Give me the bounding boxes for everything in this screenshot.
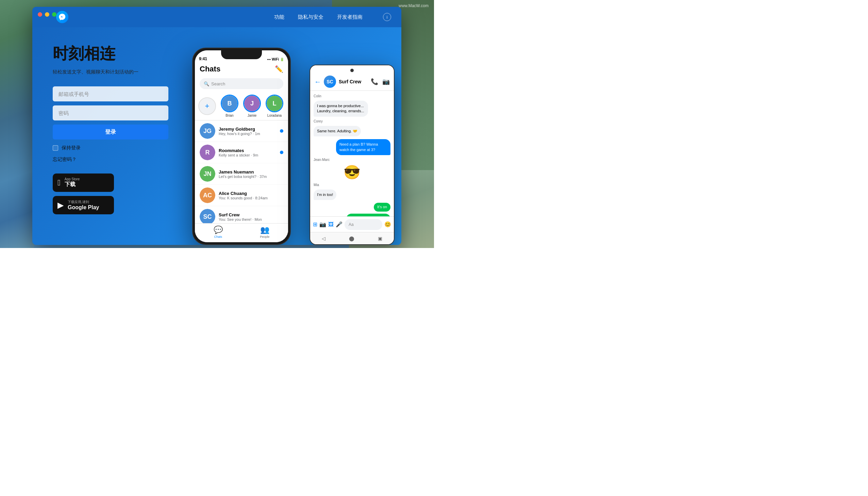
search-placeholder: Search — [211, 81, 225, 87]
people-tab-label: People — [260, 235, 269, 238]
chats-tab-label: Chats — [214, 235, 222, 238]
grid-icon[interactable]: ⊞ — [313, 221, 317, 228]
msg-bubble-colin: I was gonna be productive... Laundry, cl… — [314, 101, 368, 117]
chat-jeremy[interactable]: JG Jeremy Goldberg Hey, how's it going? … — [195, 121, 288, 142]
info-button[interactable]: i — [383, 13, 391, 21]
msg-sender-colin: Colin — [314, 94, 391, 98]
phone-icon[interactable]: 📞 — [371, 78, 378, 86]
tab-chats[interactable]: 💬 Chats — [214, 226, 223, 238]
app-header: 功能 隐私与安全 开发者指南 i — [32, 7, 401, 27]
stories-row: + B Brian J Jamie L Loradana — [195, 92, 288, 121]
iphone-notch — [221, 50, 262, 59]
watermark: www.MacW.com — [399, 3, 429, 8]
msg-row: Same here. Adulting. 🤝 — [314, 126, 391, 136]
chats-title: Chats — [200, 65, 220, 74]
search-bar: 🔍 Search — [195, 76, 288, 92]
apple-icon:  — [58, 178, 61, 187]
login-panel: 时刻相连 轻松发送文字、视频聊天和计划活动的一 登录 保持登录 忘记密码？  … — [32, 27, 175, 245]
google-play-icon: ▶ — [58, 200, 64, 210]
chat-roommates[interactable]: R Roommates Kelly sent a sticker · 9m — [195, 142, 288, 163]
search-inner[interactable]: 🔍 Search — [200, 78, 283, 89]
store-buttons:  App Store 下载 ▶ 下载应用,请到 Google Play — [53, 173, 158, 214]
android-input-bar: ⊞ 📷 🖼 🎤 Aa 😊 — [310, 216, 394, 232]
msg-bubble-sent-1: Need a plan B? Wanna watch the game at 3… — [336, 139, 391, 155]
nav-developer[interactable]: 开发者指南 — [337, 14, 363, 20]
chats-tab-icon: 💬 — [214, 226, 223, 234]
msg-row-mia: I'm in too! — [314, 189, 391, 200]
traffic-lights — [38, 12, 57, 17]
iphone-mockup: 9:41 ▪▪▪ WiFi 🔋 Chats ✏️ — [192, 48, 291, 245]
story-jamie[interactable]: J Jamie — [243, 95, 261, 118]
google-play-button[interactable]: ▶ 下载应用,请到 Google Play — [53, 196, 114, 214]
email-field[interactable] — [53, 87, 168, 102]
msg-bubble-corey: Same here. Adulting. 🤝 — [314, 126, 361, 136]
video-icon[interactable]: 📷 — [382, 78, 390, 86]
phones-area: 9:41 ▪▪▪ WiFi 🔋 Chats ✏️ — [175, 27, 401, 245]
msg-row-sent: Need a plan B? Wanna watch the game at 3… — [314, 139, 391, 155]
password-field[interactable] — [53, 106, 168, 121]
android-mockup: ← SC Surf Crew 📞 📷 Colin I was gonna be … — [310, 65, 395, 245]
android-back-icon[interactable]: ◁ — [322, 236, 326, 241]
chats-header: Chats ✏️ — [195, 63, 288, 76]
msg-sender-corey: Corey — [314, 120, 391, 123]
msg-bubble-its-on: It's on — [374, 203, 391, 211]
chat-name: Surf Crew — [339, 79, 368, 84]
people-tab-icon: 👥 — [260, 226, 269, 234]
chat-avatar: SC — [324, 76, 336, 88]
android-home-icon[interactable]: ⬤ — [349, 236, 354, 241]
bottom-nav: 💬 Chats 👥 People — [195, 223, 288, 242]
status-time: 9:41 — [199, 57, 207, 61]
android-recents-icon[interactable]: ▣ — [378, 236, 382, 241]
chat-alice[interactable]: AC Alice Chuang You: K sounds good · 8:2… — [195, 185, 288, 206]
search-icon: 🔍 — [204, 81, 209, 87]
unread-dot — [280, 129, 283, 133]
emoji-sunglass: 😎 — [314, 164, 391, 180]
unread-dot — [280, 151, 283, 154]
nav-privacy[interactable]: 隐私与安全 — [298, 14, 323, 20]
keep-login-checkbox[interactable] — [53, 145, 58, 151]
status-icons: ▪▪▪ WiFi 🔋 — [267, 58, 284, 61]
tab-people[interactable]: 👥 People — [260, 226, 269, 238]
headline: 时刻相连 — [53, 44, 158, 63]
msg-sender-jeanmarc: Jean-Marc — [314, 158, 391, 161]
login-button[interactable]: 登录 — [53, 124, 168, 139]
keep-login-row: 保持登录 — [53, 145, 158, 151]
add-story-button[interactable]: + — [198, 97, 216, 115]
mic-icon[interactable]: 🎤 — [336, 221, 343, 228]
google-play-name: Google Play — [68, 204, 99, 211]
app-store-name: 下载 — [65, 181, 80, 188]
message-input[interactable]: Aa — [345, 219, 382, 230]
android-navbar: ◁ ⬤ ▣ — [310, 232, 394, 244]
messenger-window: 功能 隐私与安全 开发者指南 i 时刻相连 轻松发送文字、视频聊天和计划活动的一… — [32, 7, 401, 245]
msg-bubble-mia: I'm in too! — [314, 189, 336, 200]
wifi-icon: WiFi — [272, 58, 279, 61]
image-icon[interactable]: 🖼 — [328, 221, 334, 228]
close-button[interactable] — [38, 12, 42, 17]
back-arrow-icon[interactable]: ← — [314, 78, 321, 86]
story-loradana[interactable]: L Loradana — [266, 95, 283, 118]
chat-james[interactable]: JN James Nuemann Let's get boba tonight?… — [195, 163, 288, 185]
minimize-button[interactable] — [45, 12, 49, 17]
app-store-sub: App Store — [65, 177, 80, 181]
battery-icon: 🔋 — [280, 58, 284, 61]
forgot-password-link[interactable]: 忘记密码？ — [53, 156, 158, 162]
app-store-button[interactable]:  App Store 下载 — [53, 173, 114, 192]
fullscreen-button[interactable] — [52, 12, 57, 17]
story-brian[interactable]: B Brian — [221, 95, 238, 118]
android-camera — [350, 69, 354, 72]
google-play-sub: 下载应用,请到 — [68, 200, 99, 204]
camera-icon[interactable]: 📷 — [319, 221, 326, 228]
main-content: 时刻相连 轻松发送文字、视频聊天和计划活动的一 登录 保持登录 忘记密码？  … — [32, 27, 401, 245]
messages-area: Colin I was gonna be productive... Laund… — [310, 91, 394, 228]
msg-row: I was gonna be productive... Laundry, cl… — [314, 101, 391, 117]
subheadline: 轻松发送文字、视频聊天和计划活动的一 — [53, 68, 158, 76]
msg-sender-mia: Mia — [314, 183, 391, 187]
signal-icon: ▪▪▪ — [267, 58, 271, 61]
emoji-icon[interactable]: 😊 — [384, 221, 391, 228]
compose-icon[interactable]: ✏️ — [275, 65, 283, 73]
messenger-logo — [56, 11, 68, 23]
nav-links: 功能 隐私与安全 开发者指南 i — [274, 13, 391, 21]
nav-features[interactable]: 功能 — [274, 14, 284, 20]
keep-login-label: 保持登录 — [62, 145, 81, 151]
